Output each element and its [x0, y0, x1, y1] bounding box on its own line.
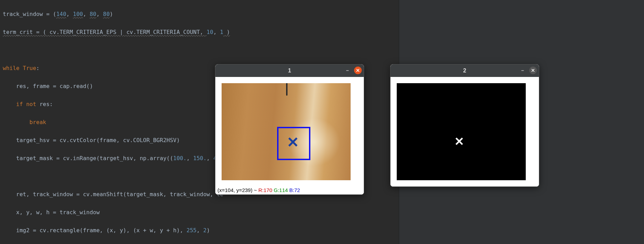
- video-frame: ✕: [222, 83, 351, 180]
- code-text: ): [223, 29, 230, 35]
- code-text: :: [36, 65, 40, 71]
- close-glyph: ✕: [531, 68, 535, 73]
- code-number: 100: [73, 11, 83, 17]
- code-keyword: while: [3, 65, 19, 71]
- object-wire: [286, 83, 287, 96]
- code-text: ,: [83, 11, 89, 17]
- g-value: G:114: [274, 187, 288, 193]
- image-canvas[interactable]: ✕: [215, 77, 364, 186]
- mask-blob: ✕: [454, 134, 464, 148]
- code-text: ,: [96, 11, 103, 17]
- code-text: target_mask = cv.inRange(target_hsv, np.…: [3, 155, 173, 162]
- code-keyword: break: [29, 119, 46, 125]
- code-text: res, frame = cap.read(): [3, 83, 93, 89]
- minimize-glyph: –: [346, 68, 349, 73]
- code-text: ,: [187, 155, 193, 162]
- code-number: 10: [207, 29, 213, 35]
- code-number: 100.: [173, 155, 187, 162]
- code-text: track_window = (: [3, 11, 56, 17]
- code-keyword: if not: [16, 101, 36, 107]
- image-window-1[interactable]: 1 – ✕ ✕ (x=104, y=239) ~ R:170 G:114 B:7…: [215, 64, 364, 195]
- code-number: 1: [220, 29, 223, 35]
- code-text: res:: [36, 101, 53, 107]
- titlebar[interactable]: 1 – ✕: [215, 64, 364, 77]
- code-text: ): [110, 11, 113, 17]
- minimize-glyph: –: [521, 68, 524, 73]
- titlebar[interactable]: 2 – ✕: [390, 64, 539, 77]
- code-text: img2 = cv.rectangle(frame, (x, y), (x + …: [3, 227, 187, 234]
- code-text: term_crit = ( cv.TERM_CRITERIA_EPS | cv.…: [3, 29, 207, 35]
- code-text: ): [207, 227, 210, 234]
- code-text: x, y, w, h = track_window: [3, 209, 100, 216]
- minimize-icon[interactable]: –: [519, 67, 526, 74]
- coords-label: (x=104, y=239) ~: [217, 187, 258, 193]
- image-window-2[interactable]: 2 – ✕ ✕: [390, 64, 539, 187]
- close-icon[interactable]: ✕: [354, 67, 362, 74]
- code-line: x, y, w, h = track_window: [3, 208, 396, 217]
- code-text: target_hsv = cv.cvtColor(frame, cv.COLOR…: [3, 137, 180, 143]
- pixel-status-bar: (x=104, y=239) ~ R:170 G:114 B:72: [215, 186, 364, 194]
- mask-frame: ✕: [397, 83, 526, 180]
- code-line: track_window = (140, 100, 80, 80): [3, 10, 396, 19]
- window-title: 2: [463, 68, 466, 74]
- code-number: 255: [187, 227, 197, 234]
- b-value: B:72: [289, 187, 300, 193]
- code-text: [3, 119, 29, 125]
- code-number: 80: [103, 11, 110, 17]
- code-text: ,: [66, 11, 73, 17]
- code-number: 80: [89, 11, 96, 17]
- code-keyword: True: [19, 65, 36, 71]
- code-number: 150.: [193, 155, 207, 162]
- code-line: img2 = cv.rectangle(frame, (x, y), (x + …: [3, 226, 396, 235]
- code-text: [3, 101, 16, 107]
- code-line: [3, 46, 396, 55]
- window-title: 1: [288, 68, 291, 74]
- code-line: term_crit = ( cv.TERM_CRITERIA_EPS | cv.…: [3, 28, 396, 37]
- code-number: 2: [203, 227, 207, 234]
- target-x-mark: ✕: [287, 134, 299, 151]
- code-text: ,: [213, 29, 220, 35]
- close-glyph: ✕: [356, 68, 360, 73]
- code-text: ,: [207, 155, 213, 162]
- minimize-icon[interactable]: –: [344, 67, 351, 74]
- image-canvas[interactable]: ✕: [390, 77, 539, 186]
- r-value: R:170: [258, 187, 272, 193]
- code-number: 140: [56, 11, 66, 17]
- close-icon[interactable]: ✕: [529, 67, 537, 74]
- code-text: ,: [197, 227, 203, 234]
- code-text: ret, track_window = cv.meanShift(target_…: [3, 191, 223, 198]
